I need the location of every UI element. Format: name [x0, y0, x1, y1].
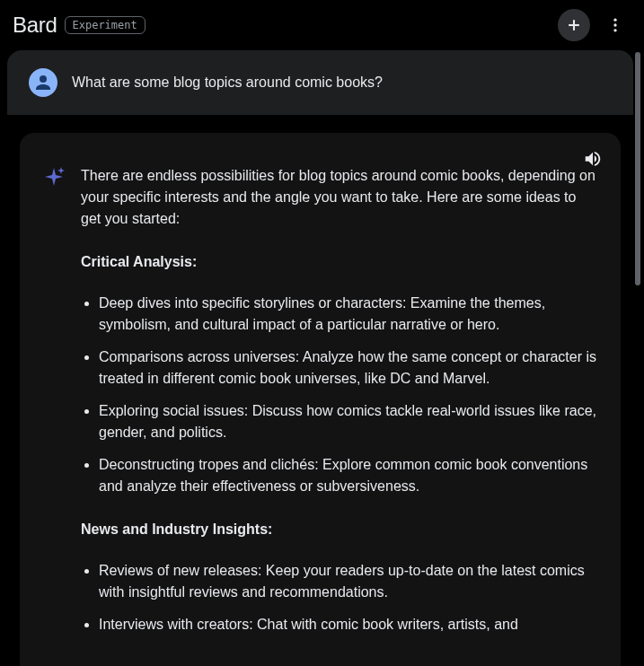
response-intro: There are endless possibilities for blog…: [81, 165, 599, 230]
more-options-button[interactable]: [599, 9, 631, 41]
response-card: There are endless possibilities for blog…: [20, 133, 621, 666]
content-area[interactable]: What are some blog topics around comic b…: [7, 50, 633, 666]
list-item: Deep dives into specific storylines or c…: [99, 293, 599, 336]
person-icon: [32, 72, 54, 93]
list-item: Exploring social issues: Discuss how com…: [99, 400, 599, 443]
section-heading-2: News and Industry Insights:: [81, 519, 599, 540]
user-message: What are some blog topics around comic b…: [7, 50, 633, 115]
list-item: Deconstructing tropes and clichés: Explo…: [99, 454, 599, 497]
brand-title: Bard: [13, 13, 57, 38]
list-item: Comparisons across universes: Analyze ho…: [99, 346, 599, 390]
bullet-list-1: Deep dives into specific storylines or c…: [81, 293, 599, 497]
response-body: There are endless possibilities for blog…: [41, 165, 599, 657]
svg-point-5: [40, 75, 47, 83]
response-content: There are endless possibilities for blog…: [81, 165, 599, 657]
user-avatar: [29, 68, 57, 97]
svg-point-3: [613, 23, 616, 26]
bullet-list-2: Reviews of new releases: Keep your reade…: [81, 560, 599, 635]
svg-point-2: [613, 19, 616, 22]
plus-icon: [565, 16, 583, 34]
list-item: Reviews of new releases: Keep your reade…: [99, 560, 599, 603]
scrollbar[interactable]: [635, 52, 640, 285]
app-header: Bard Experiment: [0, 0, 644, 50]
new-chat-button[interactable]: [558, 9, 590, 41]
speaker-icon: [583, 149, 603, 169]
list-item: Interviews with creators: Chat with comi…: [99, 614, 599, 635]
svg-point-4: [613, 29, 616, 31]
user-message-text: What are some blog topics around comic b…: [72, 74, 383, 91]
text-to-speech-button[interactable]: [583, 149, 603, 172]
section-heading-1: Critical Analysis:: [81, 251, 599, 273]
bard-sparkle-icon: [41, 165, 66, 190]
header-right: [558, 9, 631, 41]
experiment-badge: Experiment: [65, 16, 146, 34]
header-left: Bard Experiment: [13, 13, 146, 38]
more-vertical-icon: [606, 16, 624, 34]
